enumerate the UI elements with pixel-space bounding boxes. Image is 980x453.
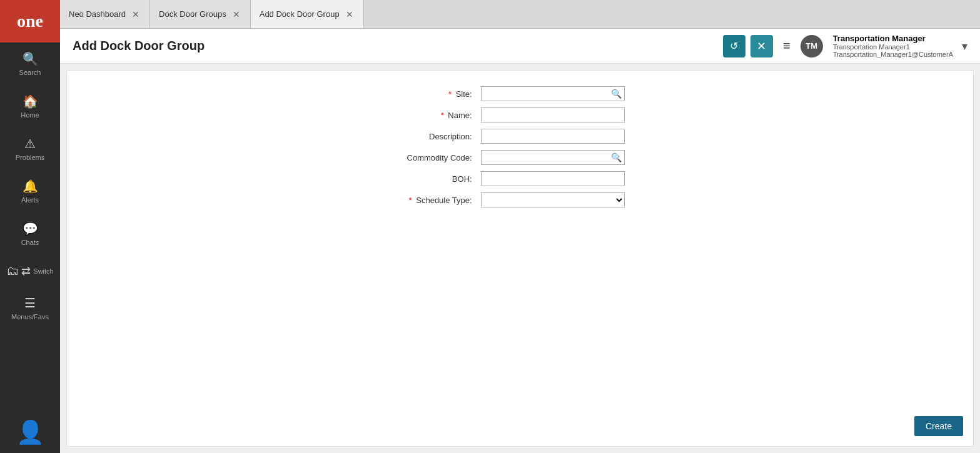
- commodity-code-label: Commodity Code:: [395, 147, 477, 168]
- logo-text: one: [17, 11, 43, 31]
- site-input-group: 🔍: [481, 86, 642, 101]
- tab-bar: Neo Dashboard ✕ Dock Door Groups ✕ Add D…: [60, 0, 980, 29]
- boh-label: BOH:: [395, 168, 477, 189]
- bell-icon: 🔔: [23, 179, 38, 194]
- form-row-name: * Name:: [395, 104, 645, 126]
- sidebar-label-menus: Menus/Favs: [11, 313, 49, 321]
- form-row-boh: BOH:: [395, 168, 645, 189]
- switch-icon1: 🗂: [6, 264, 19, 278]
- site-search-icon: 🔍: [611, 89, 622, 99]
- user-role: Transportation Manager: [833, 34, 953, 43]
- search-icon: 🔍: [23, 51, 38, 66]
- tab-neo-dashboard[interactable]: Neo Dashboard ✕: [60, 0, 150, 28]
- hamburger-menu-button[interactable]: ≡: [778, 36, 796, 56]
- tab-label-neo-dashboard: Neo Dashboard: [69, 9, 126, 19]
- form-row-schedule-type: * Schedule Type:: [395, 189, 645, 211]
- tab-close-add-dock-door-group[interactable]: ✕: [345, 9, 355, 19]
- schedule-type-label: * Schedule Type:: [395, 189, 477, 211]
- tab-label-dock-door-groups: Dock Door Groups: [159, 9, 226, 19]
- form-row-site: * Site: 🔍: [395, 83, 645, 104]
- chat-icon: 💬: [23, 221, 38, 236]
- site-label-text: Site:: [456, 89, 472, 99]
- sidebar-item-chats[interactable]: 💬 Chats: [0, 212, 60, 255]
- description-label: Description:: [395, 126, 477, 147]
- tab-label-add-dock-door-group: Add Dock Door Group: [260, 9, 340, 19]
- tab-add-dock-door-group[interactable]: Add Dock Door Group ✕: [251, 0, 364, 28]
- form-row-commodity-code: Commodity Code: 🔍: [395, 147, 645, 168]
- hamburger-icon: ≡: [783, 39, 791, 52]
- user-name: Transportation Manager1: [833, 43, 953, 51]
- name-label-text: Name:: [448, 111, 472, 120]
- sidebar-item-alerts[interactable]: 🔔 Alerts: [0, 170, 60, 212]
- menu-icon: ☰: [24, 296, 36, 311]
- cancel-button[interactable]: ✕: [750, 35, 773, 57]
- tab-close-neo-dashboard[interactable]: ✕: [131, 9, 141, 19]
- boh-field: [477, 168, 645, 189]
- main-area: Neo Dashboard ✕ Dock Door Groups ✕ Add D…: [60, 0, 980, 453]
- schedule-type-select[interactable]: [481, 192, 625, 207]
- boh-input[interactable]: [481, 171, 625, 186]
- form-row-description: Description:: [395, 126, 645, 147]
- name-input[interactable]: [481, 107, 625, 122]
- name-field: [477, 104, 645, 126]
- site-search-button[interactable]: 🔍: [609, 86, 625, 101]
- switch-icon2: ⇄: [21, 264, 31, 278]
- sidebar-item-home[interactable]: 🏠 Home: [0, 85, 60, 127]
- sidebar-item-search[interactable]: 🔍 Search: [0, 42, 60, 85]
- user-avatar: TM: [801, 35, 823, 57]
- sidebar-label-search: Search: [19, 69, 41, 76]
- add-dock-door-group-form: * Site: 🔍 * Name:: [395, 83, 645, 211]
- commodity-code-search-button[interactable]: 🔍: [609, 150, 625, 165]
- schedule-type-label-text: Schedule Type:: [416, 196, 472, 205]
- schedule-type-required-star: *: [409, 196, 412, 205]
- header-actions: ↺ ✕ ≡ TM Transportation Manager Transpor…: [723, 34, 967, 58]
- refresh-button[interactable]: ↺: [723, 35, 745, 57]
- commodity-code-search-icon: 🔍: [611, 152, 622, 162]
- tab-close-dock-door-groups[interactable]: ✕: [231, 9, 241, 19]
- commodity-code-input[interactable]: [481, 150, 609, 165]
- home-icon: 🏠: [23, 94, 38, 109]
- commodity-code-input-group: 🔍: [481, 150, 642, 165]
- site-field: 🔍: [477, 83, 645, 104]
- sidebar: one 🔍 Search 🏠 Home ⚠ Problems 🔔 Alerts …: [0, 0, 60, 453]
- name-required-star: *: [441, 111, 444, 120]
- site-input[interactable]: [481, 86, 609, 101]
- refresh-icon: ↺: [730, 40, 738, 52]
- page-header: Add Dock Door Group ↺ ✕ ≡ TM Transportat…: [60, 29, 980, 64]
- sidebar-label-switch: Switch: [33, 267, 53, 275]
- boh-label-text: BOH:: [452, 174, 472, 184]
- page-title: Add Dock Door Group: [73, 39, 723, 53]
- user-initials: TM: [806, 41, 817, 51]
- site-required-star: *: [448, 89, 452, 99]
- commodity-code-label-text: Commodity Code:: [407, 153, 472, 162]
- sidebar-label-home: Home: [21, 111, 39, 119]
- description-label-text: Description:: [429, 132, 472, 141]
- sidebar-label-chats: Chats: [21, 239, 39, 246]
- user-avatar-icon: 👤: [16, 419, 44, 445]
- commodity-code-field: 🔍: [477, 147, 645, 168]
- sidebar-user-avatar[interactable]: 👤: [16, 419, 44, 446]
- description-input[interactable]: [481, 129, 625, 144]
- schedule-type-field: [477, 189, 645, 211]
- sidebar-label-problems: Problems: [16, 154, 44, 161]
- sidebar-item-problems[interactable]: ⚠ Problems: [0, 127, 60, 170]
- user-dropdown-chevron[interactable]: ▾: [962, 39, 967, 53]
- description-field: [477, 126, 645, 147]
- user-info: Transportation Manager Transportation Ma…: [833, 34, 953, 58]
- warning-icon: ⚠: [24, 136, 36, 151]
- sidebar-item-switch[interactable]: 🗂 ⇄ Switch: [0, 255, 60, 287]
- site-label: * Site:: [395, 83, 477, 104]
- app-logo[interactable]: one: [0, 0, 60, 42]
- cancel-icon: ✕: [757, 39, 766, 53]
- create-button[interactable]: Create: [914, 416, 963, 436]
- sidebar-label-alerts: Alerts: [21, 196, 39, 204]
- sidebar-item-menus[interactable]: ☰ Menus/Favs: [0, 287, 60, 329]
- name-label: * Name:: [395, 104, 477, 126]
- form-content: * Site: 🔍 * Name:: [66, 70, 974, 447]
- tab-dock-door-groups[interactable]: Dock Door Groups ✕: [150, 0, 251, 28]
- user-email: Transportation_Manager1@CustomerA: [833, 51, 953, 58]
